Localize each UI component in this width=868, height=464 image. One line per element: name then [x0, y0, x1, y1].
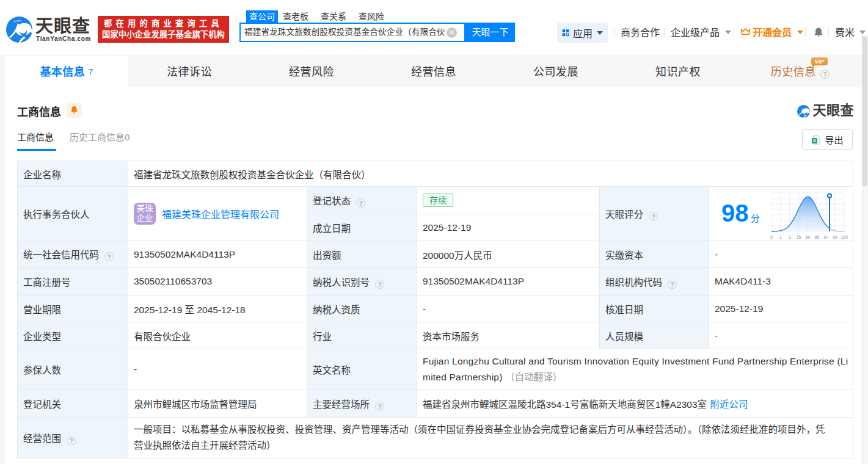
svg-text:0: 0: [770, 235, 773, 239]
svg-text:85: 85: [815, 235, 820, 239]
svg-text:15: 15: [797, 235, 801, 239]
svg-text:1: 1: [779, 235, 782, 239]
svg-text:X: X: [813, 138, 817, 143]
svg-text:100: 100: [841, 235, 848, 239]
svg-text:3: 3: [789, 235, 791, 239]
svg-text:50: 50: [806, 235, 811, 239]
svg-text:99: 99: [833, 235, 837, 239]
svg-text:97: 97: [823, 235, 828, 239]
